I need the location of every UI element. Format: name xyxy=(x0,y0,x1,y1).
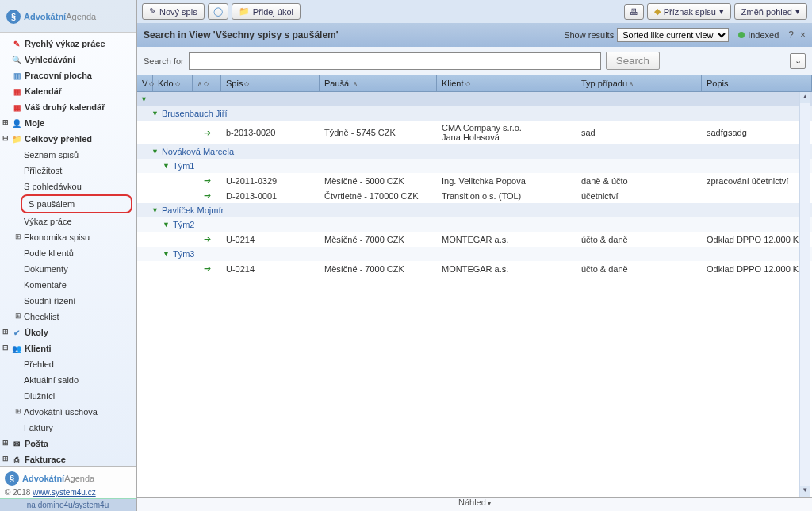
nav-item[interactable]: ⊟📁Celkový přehled xyxy=(0,131,136,147)
scroll-up-icon[interactable]: ▴ xyxy=(800,92,810,103)
bubble-button[interactable]: ◯ xyxy=(208,3,228,20)
nav-item[interactable]: ⊞Checklist xyxy=(0,309,136,325)
twist-icon[interactable]: ▼ xyxy=(163,250,170,258)
nav-item[interactable]: Seznam spisů xyxy=(0,147,136,163)
priznak-spisu-button[interactable]: ◆Příznak spisu▾ xyxy=(647,3,731,20)
scroll-down-icon[interactable]: ▾ xyxy=(800,486,810,497)
nav-item[interactable]: Dlužníci xyxy=(0,388,136,404)
col-blank[interactable]: ∧◇ xyxy=(193,75,221,91)
help-button[interactable]: ? xyxy=(788,29,794,40)
grid-row[interactable]: ▼Brusenbauch Jiří xyxy=(137,106,812,121)
expander-icon[interactable]: ⊞ xyxy=(2,455,10,463)
nav-item[interactable]: ▦Váš druhý kalendář xyxy=(0,99,136,115)
col-kdo[interactable]: Kdo◇ xyxy=(153,75,193,91)
nav-item[interactable]: ⊞✉Pošta xyxy=(0,436,136,451)
col-spis[interactable]: Spis◇ xyxy=(221,75,320,91)
grid-row[interactable]: ➔b-2013-0020Týdně - 5745 CZKCMA Company … xyxy=(137,121,812,144)
nav-item[interactable]: ⊞Ekonomika spisu xyxy=(0,229,136,245)
grid-row[interactable]: ▼Nováková Marcela xyxy=(137,144,812,159)
close-button[interactable]: × xyxy=(800,29,806,40)
search-header: Search in View 'Všechny spisy s paušálem… xyxy=(137,23,812,47)
col-popis[interactable]: Popis xyxy=(702,75,812,91)
app-title: AdvokátníAgenda xyxy=(22,474,94,483)
preview-bar[interactable]: Náhled ▾ xyxy=(137,497,812,511)
sort-select[interactable]: Sorted like current view xyxy=(617,28,729,42)
nav-item[interactable]: ⊞Advokátní úschova xyxy=(0,404,136,420)
pridej-ukol-button[interactable]: 📁Přidej úkol xyxy=(232,3,301,20)
nav-icon: ✔ xyxy=(11,327,22,338)
twist-icon[interactable]: ▼ xyxy=(140,95,147,103)
main-panel: ✎Nový spis ◯ 📁Přidej úkol 🖶 ◆Příznak spi… xyxy=(136,0,812,511)
nav-item[interactable]: Příležitosti xyxy=(0,163,136,179)
grid-row[interactable]: ▼ xyxy=(137,92,812,106)
nav-item[interactable]: Podle klientů xyxy=(0,245,136,261)
nav-label: Komentáře xyxy=(24,279,67,291)
search-button[interactable]: Search xyxy=(606,52,660,70)
col-typ[interactable]: Typ případu∧ xyxy=(576,75,702,91)
col-v[interactable]: V◇ xyxy=(137,75,153,91)
expander-icon[interactable]: ⊟ xyxy=(2,135,10,143)
show-results-label: Show results xyxy=(564,30,614,40)
cell: ➔ xyxy=(193,232,221,247)
twist-icon[interactable]: ▼ xyxy=(151,206,159,214)
twist-icon[interactable]: ▼ xyxy=(163,162,170,170)
expander-icon[interactable]: ⊞ xyxy=(14,233,22,241)
col-pausal[interactable]: Paušál∧ xyxy=(320,75,437,91)
nav-item[interactable]: S paušálem xyxy=(21,194,132,213)
expander-icon[interactable]: ⊞ xyxy=(14,313,22,321)
nav-item[interactable]: ▦Kalendář xyxy=(0,83,136,99)
group-label: Brusenbauch Jiří xyxy=(162,109,228,118)
group-label: Tým3 xyxy=(173,249,195,259)
nav-item[interactable]: Komentáře xyxy=(0,277,136,293)
twist-icon[interactable]: ▼ xyxy=(151,148,159,156)
search-input[interactable] xyxy=(189,52,601,70)
nav-item[interactable]: ⊞👤Moje xyxy=(0,115,136,131)
grid-row[interactable]: ➔D-2013-0001Čtvrtletně - 170000 CZKTrans… xyxy=(137,188,812,203)
nav-label: Pracovní plocha xyxy=(25,69,92,82)
nav-item[interactable]: Výkaz práce xyxy=(0,213,136,229)
col-klient[interactable]: Klient◇ xyxy=(437,75,576,91)
grid-row[interactable]: ➔U-2011-0329Měsíčně - 5000 CZKIng. Velit… xyxy=(137,173,812,188)
tag-icon: ◆ xyxy=(654,6,661,17)
vendor-link[interactable]: www.system4u.cz xyxy=(33,488,95,497)
cell xyxy=(153,267,193,271)
print-icon: 🖶 xyxy=(630,7,638,17)
grid-row[interactable]: ➔U-0214Měsíčně - 7000 CZKMONTEGAR a.s.úč… xyxy=(137,261,812,276)
zmen-pohled-button[interactable]: Změň pohled▾ xyxy=(734,3,807,20)
nav-label: Seznam spisů xyxy=(24,148,79,161)
expander-icon[interactable]: ⊞ xyxy=(2,328,10,336)
nav-item[interactable]: ✎Rychlý výkaz práce xyxy=(0,36,136,52)
grid-row[interactable]: ➔U-0214Měsíčně - 7000 CZKMONTEGAR a.s.úč… xyxy=(137,232,812,247)
grid-row[interactable]: ▼Tým1 xyxy=(137,159,812,173)
cell: daně & účto xyxy=(576,174,702,188)
nav-item[interactable]: Přehled xyxy=(0,356,136,372)
nav-item[interactable]: Dokumenty xyxy=(0,261,136,277)
novy-spis-button[interactable]: ✎Nový spis xyxy=(142,3,205,20)
nav-item[interactable]: ⊟👥Klienti xyxy=(0,340,136,356)
expander-icon[interactable]: ⊞ xyxy=(2,119,10,127)
expand-search-button[interactable]: ⌄ xyxy=(790,53,806,69)
v-scrollbar[interactable]: ▴▾ xyxy=(799,92,810,497)
nav-item[interactable]: ⊞⎙Fakturace xyxy=(0,451,136,466)
grid-body[interactable]: ▴▾ ▼▼Brusenbauch Jiří➔b-2013-0020Týdně -… xyxy=(137,92,812,497)
nav-item[interactable]: S pohledávkou xyxy=(0,179,136,194)
expander-icon[interactable]: ⊞ xyxy=(2,440,10,448)
nav-item[interactable]: 🔍Vyhledávání xyxy=(0,52,136,67)
nav-item[interactable]: Faktury xyxy=(0,420,136,436)
twist-icon[interactable]: ▼ xyxy=(163,221,170,229)
cell: účto & daně xyxy=(576,262,702,276)
nav-item[interactable]: Soudní řízení xyxy=(0,293,136,309)
expander-icon[interactable]: ⊞ xyxy=(14,408,22,416)
grid-row[interactable]: ▼Pavlíček Mojmír xyxy=(137,203,812,217)
nav-item[interactable]: ▥Pracovní plocha xyxy=(0,67,136,83)
print-button[interactable]: 🖶 xyxy=(624,4,644,20)
expander-icon[interactable]: ⊟ xyxy=(2,344,10,352)
cell: D-2013-0001 xyxy=(221,189,320,203)
grid-row[interactable]: ▼Tým3 xyxy=(137,247,812,261)
indexed-indicator: Indexed xyxy=(738,30,779,40)
nav-item[interactable]: ⊞✔Úkoly xyxy=(0,325,136,340)
twist-icon[interactable]: ▼ xyxy=(151,110,159,117)
nav-item[interactable]: Aktuální saldo xyxy=(0,372,136,388)
cell: Čtvrtletně - 170000 CZK xyxy=(320,189,437,203)
grid-row[interactable]: ▼Tým2 xyxy=(137,217,812,232)
